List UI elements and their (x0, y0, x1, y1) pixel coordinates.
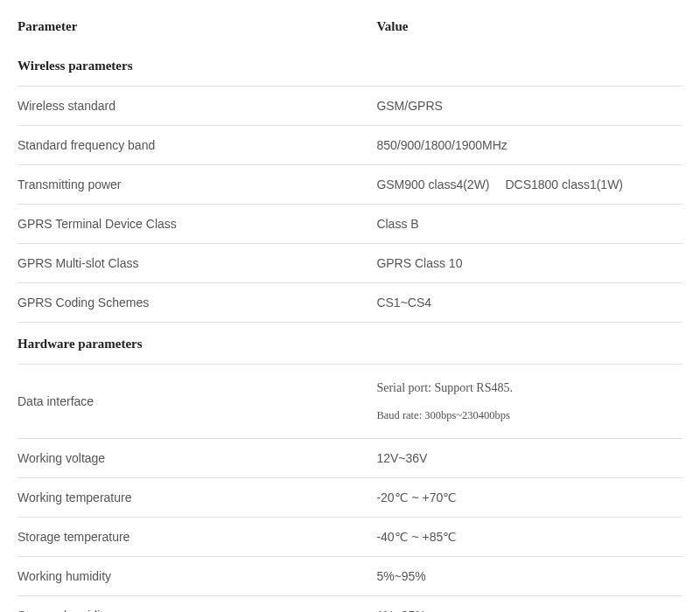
param-label: Standard frequency band (18, 126, 376, 165)
param-value-multiline: Serial port: Support RS485. Baud rate: 3… (376, 365, 682, 439)
param-value: -20℃ ~ +70℃ (376, 477, 682, 517)
param-value: 1%~95% (376, 595, 682, 612)
table-row: Data interface Serial port: Support RS48… (18, 365, 682, 439)
param-value: 850/900/1800/1900MHz (376, 126, 682, 165)
param-label: Wireless standard (18, 87, 376, 126)
param-label: Transmitting power (18, 165, 376, 205)
param-value: GSM900 class4(2W) DCS1800 class1(1W) (376, 165, 682, 205)
param-label: Storage temperature (18, 517, 376, 556)
param-label: GPRS Terminal Device Class (18, 205, 376, 244)
section-wireless: Wireless parameters (18, 45, 682, 87)
header-parameter: Parameter (18, 9, 376, 45)
param-label: Storage humidity (18, 595, 376, 612)
table-row: GPRS Multi-slot Class GPRS Class 10 (18, 244, 682, 283)
param-value: CS1~CS4 (376, 283, 682, 323)
param-label: Working humidity (18, 556, 376, 595)
table-row: Working temperature -20℃ ~ +70℃ (18, 477, 682, 517)
header-value: Value (376, 9, 682, 45)
param-value: 5%~95% (376, 556, 682, 595)
section-hardware: Hardware parameters (18, 323, 682, 365)
param-value: Class B (376, 205, 682, 244)
param-label: Working temperature (18, 477, 376, 517)
param-label: GPRS Multi-slot Class (18, 244, 376, 283)
param-value: 12V~36V (376, 438, 682, 477)
param-value: GPRS Class 10 (376, 244, 682, 283)
table-row: GPRS Terminal Device Class Class B (18, 205, 682, 244)
table-header-row: Parameter Value (18, 9, 682, 45)
param-label: Working voltage (18, 438, 376, 477)
data-interface-line1: Serial port: Support RS485. (376, 377, 682, 399)
table-row: Storage temperature -40℃ ~ +85℃ (18, 517, 682, 556)
spec-table: Parameter Value Wireless parameters Wire… (18, 9, 682, 612)
table-row: Transmitting power GSM900 class4(2W) DCS… (18, 165, 682, 205)
table-row: Wireless standard GSM/GPRS (18, 87, 682, 126)
data-interface-line2: Baud rate: 300bps~230400bps (376, 406, 682, 426)
table-row: GPRS Coding Schemes CS1~CS4 (18, 283, 682, 323)
table-row: Standard frequency band 850/900/1800/190… (18, 126, 682, 165)
param-label: Data interface (18, 365, 376, 439)
section-wireless-label: Wireless parameters (18, 45, 682, 87)
table-row: Working voltage 12V~36V (18, 438, 682, 477)
table-row: Storage humidity 1%~95% (18, 595, 682, 612)
param-label: GPRS Coding Schemes (18, 283, 376, 323)
table-row: Working humidity 5%~95% (18, 556, 682, 595)
param-value: -40℃ ~ +85℃ (376, 517, 682, 556)
section-hardware-label: Hardware parameters (18, 323, 682, 365)
param-value: GSM/GPRS (376, 87, 682, 126)
